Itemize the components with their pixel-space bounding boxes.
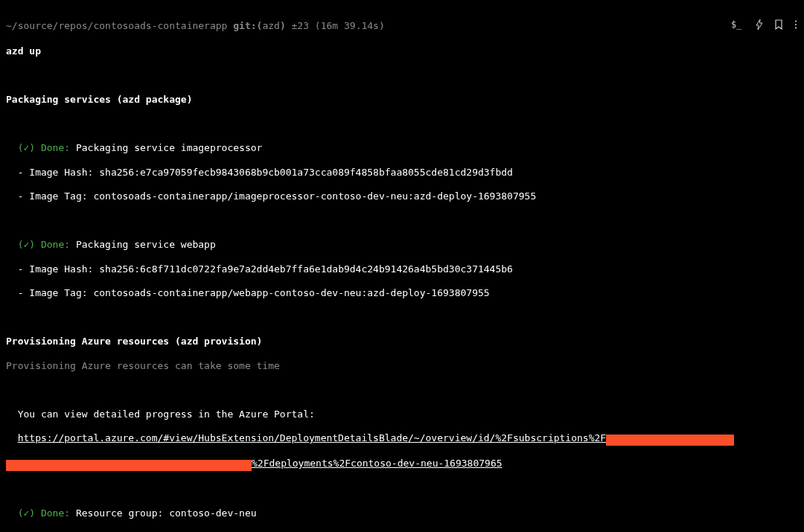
svg-point-2 [795,24,797,25]
bookmark-icon[interactable] [774,19,783,33]
svg-point-1 [795,21,797,22]
packaging-header: Packaging services (azd package) [6,94,798,106]
portal-url-part1[interactable]: https://portal.azure.com/#view/HubsExten… [18,432,607,443]
tag-prefix: - Image Tag: [18,190,94,202]
hash-prefix: - Image Hash: [18,263,100,275]
hash-prefix: - Image Hash: [18,167,100,178]
redacted-block [606,435,734,446]
bolt-icon[interactable] [755,19,764,33]
portal-intro: You can view detailed progress in the Az… [18,408,315,420]
packaging-svc1-done: (✓) Done: Packaging service imageprocess… [6,142,798,154]
git-branch: azd [262,20,279,31]
prompt-time: (16m 39.14s) [315,20,385,31]
toolbar-icons: $_ [731,19,798,33]
portal-url-line2: %2Fdeployments%2Fcontoso-dev-neu-1693807… [6,458,798,471]
tag-value: contosoads-containerapp/webapp-contoso-d… [93,287,489,298]
cmd-icon[interactable]: $_ [731,19,744,33]
hash-value: sha256:6c8f711dc0722fa9e7a2dd4eb7ffa6e1d… [99,263,513,275]
packaging-svc1-tag-line: - Image Tag: contosoads-containerapp/ima… [6,190,798,202]
done-marker: (✓) Done: [18,239,70,250]
packaging-svc1-hash-line: - Image Hash: sha256:e7ca97059fecb984306… [6,167,798,179]
prompt-line: ~/source/repos/contosoads-containerapp g… [6,20,385,32]
portal-url-part2[interactable]: %2Fdeployments%2Fcontoso-dev-neu-1693807… [252,458,502,469]
provision-text: Resource group: contoso-dev-neu [76,507,257,519]
portal-intro-line: You can view detailed progress in the Az… [6,408,798,420]
packaging-svc2-hash-line: - Image Hash: sha256:6c8f711dc0722fa9e7a… [6,263,798,275]
topbar: ~/source/repos/contosoads-containerapp g… [6,19,798,33]
more-icon[interactable] [794,19,798,33]
prompt-path: ~/source/repos/contosoads-containerapp [6,20,227,31]
tag-value: contosoads-containerapp/imageprocessor-c… [93,190,536,202]
git-status: ±23 [292,20,309,31]
done-marker: (✓) Done: [18,507,70,519]
git-close: ) [280,20,286,31]
command-line: azd up [6,45,798,57]
redacted-block [6,460,252,471]
provision-item: (✓) Done: Resource group: contoso-dev-ne… [6,507,798,519]
azd-command: azd up [6,45,41,57]
svg-text:$_: $_ [731,19,742,30]
hash-value: sha256:e7ca97059fecb9843068b9cb001a73cca… [99,167,513,178]
done-marker: (✓) Done: [18,142,70,153]
portal-url-line1: https://portal.azure.com/#view/HubsExten… [6,432,798,446]
provision-header: Provisioning Azure resources (azd provis… [6,336,798,347]
packaging-svc2-done: (✓) Done: Packaging service webapp [6,239,798,251]
tag-prefix: - Image Tag: [18,287,94,298]
terminal-output: ~/source/repos/contosoads-containerapp g… [0,0,804,532]
packaging-svc2-tag-line: - Image Tag: contosoads-containerapp/web… [6,287,798,299]
packaging-svc2-label: Packaging service webapp [76,239,216,250]
packaging-svc1-label: Packaging service imageprocessor [76,142,262,153]
svg-point-3 [795,28,797,29]
git-label: git:( [233,20,262,31]
provision-note: Provisioning Azure resources can take so… [6,360,798,372]
